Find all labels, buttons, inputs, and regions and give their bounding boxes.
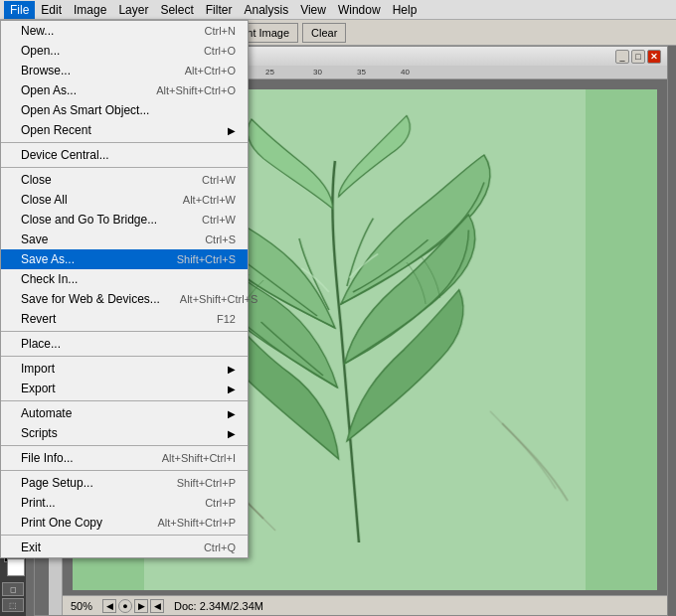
menu-revert[interactable]: Revert F12 — [1, 309, 248, 329]
menu-sep-5 — [1, 400, 248, 401]
menubar-view[interactable]: View — [294, 1, 332, 19]
menu-open[interactable]: Open... Ctrl+O — [1, 41, 248, 61]
menu-sep-1 — [1, 142, 248, 143]
menu-scripts[interactable]: Scripts ▶ — [1, 423, 248, 443]
menubar-filter[interactable]: Filter — [200, 1, 239, 19]
menu-save[interactable]: Save Ctrl+S — [1, 230, 248, 249]
screen-mode-btn[interactable]: ⬚ — [2, 598, 24, 612]
menu-sep-4 — [1, 356, 248, 357]
menu-exit[interactable]: Exit Ctrl+Q — [1, 538, 248, 557]
menu-import[interactable]: Import ▶ — [1, 359, 248, 379]
menubar-file[interactable]: File — [4, 1, 35, 19]
menu-automate[interactable]: Automate ▶ — [1, 403, 248, 423]
menu-sep-7 — [1, 470, 248, 471]
nav-prev-button[interactable]: ◀ — [102, 599, 116, 613]
color-background-swatch[interactable] — [7, 558, 25, 576]
nav-expand-button[interactable]: ◀ — [150, 599, 164, 613]
menu-open-as[interactable]: Open As... Alt+Shift+Ctrl+O — [1, 80, 248, 100]
file-dropdown-menu: New... Ctrl+N Open... Ctrl+O Browse... A… — [0, 20, 249, 558]
window-minimize-button[interactable]: _ — [615, 50, 629, 64]
menubar-select[interactable]: Select — [154, 1, 199, 19]
menu-browse[interactable]: Browse... Alt+Ctrl+O — [1, 61, 248, 80]
document-status-bar: 50% ◀ ● ▶ ◀ Doc: 2.34M/2.34M — [63, 595, 667, 615]
menu-open-recent[interactable]: Open Recent ▶ — [1, 120, 248, 140]
menu-save-web[interactable]: Save for Web & Devices... Alt+Shift+Ctrl… — [1, 289, 248, 309]
menubar-help[interactable]: Help — [387, 1, 423, 19]
menu-new[interactable]: New... Ctrl+N — [1, 21, 248, 41]
menu-save-as[interactable]: Save As... Shift+Ctrl+S — [1, 249, 248, 269]
window-maximize-button[interactable]: □ — [631, 50, 645, 64]
menu-close[interactable]: Close Ctrl+W — [1, 170, 248, 190]
menu-page-setup[interactable]: Page Setup... Shift+Ctrl+P — [1, 473, 248, 493]
menu-place[interactable]: Place... — [1, 334, 248, 354]
menu-sep-2 — [1, 167, 248, 168]
menu-sep-3 — [1, 331, 248, 332]
menu-sep-8 — [1, 535, 248, 536]
quick-mask-btn[interactable]: ◻ — [2, 582, 24, 596]
menubar: File Edit Image Layer Select Filter Anal… — [0, 0, 676, 20]
menu-device-central[interactable]: Device Central... — [1, 145, 248, 165]
menu-sep-6 — [1, 445, 248, 446]
menubar-layer[interactable]: Layer — [112, 1, 154, 19]
menu-print[interactable]: Print... Ctrl+P — [1, 493, 248, 513]
menu-print-one[interactable]: Print One Copy Alt+Shift+Ctrl+P — [1, 513, 248, 533]
menu-open-smart[interactable]: Open As Smart Object... — [1, 100, 248, 120]
menubar-window[interactable]: Window — [332, 1, 387, 19]
menu-file-info[interactable]: File Info... Alt+Shift+Ctrl+I — [1, 448, 248, 468]
menubar-analysis[interactable]: Analysis — [238, 1, 294, 19]
zoom-level: 50% — [71, 600, 92, 612]
navigation-controls: ◀ ● ▶ ◀ — [102, 599, 164, 613]
menu-export[interactable]: Export ▶ — [1, 379, 248, 398]
document-info: Doc: 2.34M/2.34M — [174, 600, 263, 612]
menu-close-all[interactable]: Close All Alt+Ctrl+W — [1, 190, 248, 210]
nav-next-button[interactable]: ▶ — [134, 599, 148, 613]
menubar-edit[interactable]: Edit — [35, 1, 68, 19]
menu-close-bridge[interactable]: Close and Go To Bridge... Ctrl+W — [1, 210, 248, 230]
menu-check-in[interactable]: Check In... — [1, 269, 248, 289]
window-close-button[interactable]: ✕ — [647, 50, 661, 64]
menubar-image[interactable]: Image — [68, 1, 112, 19]
clear-button[interactable]: Clear — [302, 23, 346, 43]
nav-circle[interactable]: ● — [118, 599, 132, 613]
